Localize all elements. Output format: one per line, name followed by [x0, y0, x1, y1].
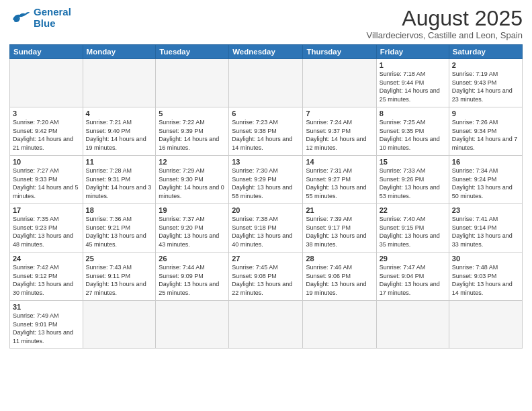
table-row: 11Sunrise: 7:28 AM Sunset: 9:31 PM Dayli…	[83, 156, 156, 204]
day-number: 13	[232, 158, 300, 166]
table-row	[156, 59, 229, 107]
table-row: 6Sunrise: 7:23 AM Sunset: 9:38 PM Daylig…	[229, 107, 303, 156]
table-row: 18Sunrise: 7:36 AM Sunset: 9:21 PM Dayli…	[83, 204, 156, 253]
location-subtitle: Villardeciervos, Castille and Leon, Spai…	[367, 30, 523, 40]
logo-line1: General	[34, 6, 71, 17]
day-info: Sunrise: 7:35 AM Sunset: 9:23 PM Dayligh…	[13, 215, 80, 248]
table-row: 5Sunrise: 7:22 AM Sunset: 9:39 PM Daylig…	[156, 107, 229, 156]
table-row: 21Sunrise: 7:39 AM Sunset: 9:17 PM Dayli…	[303, 204, 376, 253]
table-row	[156, 301, 229, 348]
day-info: Sunrise: 7:31 AM Sunset: 9:27 PM Dayligh…	[306, 167, 373, 200]
day-number: 31	[13, 303, 80, 311]
table-row: 20Sunrise: 7:38 AM Sunset: 9:18 PM Dayli…	[229, 204, 303, 253]
table-row: 16Sunrise: 7:34 AM Sunset: 9:24 PM Dayli…	[449, 156, 522, 204]
table-row: 4Sunrise: 7:21 AM Sunset: 9:40 PM Daylig…	[83, 107, 156, 156]
day-number: 16	[452, 158, 519, 166]
month-title: August 2025	[367, 7, 523, 30]
table-row	[303, 59, 376, 107]
table-row: 10Sunrise: 7:27 AM Sunset: 9:33 PM Dayli…	[10, 156, 83, 204]
day-info: Sunrise: 7:47 AM Sunset: 9:04 PM Dayligh…	[380, 263, 446, 297]
table-row	[229, 301, 303, 348]
day-info: Sunrise: 7:45 AM Sunset: 9:08 PM Dayligh…	[232, 263, 300, 297]
table-row: 8Sunrise: 7:25 AM Sunset: 9:35 PM Daylig…	[376, 107, 449, 156]
table-row: 19Sunrise: 7:37 AM Sunset: 9:20 PM Dayli…	[156, 204, 229, 253]
day-number: 18	[86, 206, 153, 214]
day-number: 28	[306, 255, 373, 263]
day-info: Sunrise: 7:25 AM Sunset: 9:35 PM Dayligh…	[380, 118, 446, 152]
table-row: 24Sunrise: 7:42 AM Sunset: 9:12 PM Dayli…	[10, 253, 83, 301]
day-info: Sunrise: 7:18 AM Sunset: 9:44 PM Dayligh…	[380, 70, 446, 103]
day-number: 24	[13, 255, 80, 263]
table-row: 3Sunrise: 7:20 AM Sunset: 9:42 PM Daylig…	[10, 107, 83, 156]
day-number: 27	[232, 255, 300, 263]
col-tuesday: Tuesday	[156, 45, 229, 59]
day-number: 30	[452, 255, 519, 263]
day-number: 3	[13, 109, 80, 118]
logo-icon	[9, 9, 31, 28]
day-number: 5	[159, 109, 226, 118]
day-info: Sunrise: 7:27 AM Sunset: 9:33 PM Dayligh…	[13, 167, 80, 200]
day-number: 4	[86, 109, 153, 118]
table-row	[449, 301, 522, 348]
day-info: Sunrise: 7:43 AM Sunset: 9:11 PM Dayligh…	[86, 263, 153, 297]
day-number: 25	[86, 255, 153, 263]
day-number: 23	[452, 206, 519, 214]
day-number: 29	[380, 255, 446, 263]
col-thursday: Thursday	[303, 45, 376, 59]
day-info: Sunrise: 7:26 AM Sunset: 9:34 PM Dayligh…	[452, 118, 519, 152]
day-info: Sunrise: 7:22 AM Sunset: 9:39 PM Dayligh…	[159, 118, 226, 152]
table-row: 28Sunrise: 7:46 AM Sunset: 9:06 PM Dayli…	[303, 253, 376, 301]
col-saturday: Saturday	[449, 45, 522, 59]
day-info: Sunrise: 7:39 AM Sunset: 9:17 PM Dayligh…	[306, 215, 373, 248]
calendar-header-row: Sunday Monday Tuesday Wednesday Thursday…	[10, 45, 523, 59]
day-info: Sunrise: 7:38 AM Sunset: 9:18 PM Dayligh…	[232, 215, 300, 248]
col-monday: Monday	[83, 45, 156, 59]
day-info: Sunrise: 7:34 AM Sunset: 9:24 PM Dayligh…	[452, 167, 519, 200]
day-number: 8	[380, 109, 446, 118]
table-row: 30Sunrise: 7:48 AM Sunset: 9:03 PM Dayli…	[449, 253, 522, 301]
day-number: 22	[380, 206, 446, 214]
logo: General Blue	[9, 7, 71, 29]
calendar: Sunday Monday Tuesday Wednesday Thursday…	[9, 44, 523, 348]
day-info: Sunrise: 7:40 AM Sunset: 9:15 PM Dayligh…	[380, 215, 446, 248]
table-row: 23Sunrise: 7:41 AM Sunset: 9:14 PM Dayli…	[449, 204, 522, 253]
day-info: Sunrise: 7:33 AM Sunset: 9:26 PM Dayligh…	[380, 167, 446, 200]
table-row: 25Sunrise: 7:43 AM Sunset: 9:11 PM Dayli…	[83, 253, 156, 301]
day-info: Sunrise: 7:21 AM Sunset: 9:40 PM Dayligh…	[86, 118, 153, 152]
table-row: 12Sunrise: 7:29 AM Sunset: 9:30 PM Dayli…	[156, 156, 229, 204]
table-row	[229, 59, 303, 107]
table-row: 7Sunrise: 7:24 AM Sunset: 9:37 PM Daylig…	[303, 107, 376, 156]
day-number: 19	[159, 206, 226, 214]
table-row: 13Sunrise: 7:30 AM Sunset: 9:29 PM Dayli…	[229, 156, 303, 204]
day-info: Sunrise: 7:36 AM Sunset: 9:21 PM Dayligh…	[86, 215, 153, 248]
table-row	[83, 301, 156, 348]
col-wednesday: Wednesday	[229, 45, 303, 59]
day-info: Sunrise: 7:46 AM Sunset: 9:06 PM Dayligh…	[306, 263, 373, 297]
day-number: 20	[232, 206, 300, 214]
table-row	[10, 59, 83, 107]
day-number: 26	[159, 255, 226, 263]
day-number: 17	[13, 206, 80, 214]
table-row: 14Sunrise: 7:31 AM Sunset: 9:27 PM Dayli…	[303, 156, 376, 204]
day-number: 1	[380, 61, 446, 69]
table-row: 15Sunrise: 7:33 AM Sunset: 9:26 PM Dayli…	[376, 156, 449, 204]
day-number: 11	[86, 158, 153, 166]
day-number: 6	[232, 109, 300, 118]
day-number: 15	[380, 158, 446, 166]
logo-text: General Blue	[34, 7, 71, 29]
col-sunday: Sunday	[10, 45, 83, 59]
day-number: 10	[13, 158, 80, 166]
table-row: 31Sunrise: 7:49 AM Sunset: 9:01 PM Dayli…	[10, 301, 83, 348]
table-row: 26Sunrise: 7:44 AM Sunset: 9:09 PM Dayli…	[156, 253, 229, 301]
table-row: 22Sunrise: 7:40 AM Sunset: 9:15 PM Dayli…	[376, 204, 449, 253]
day-number: 12	[159, 158, 226, 166]
day-info: Sunrise: 7:19 AM Sunset: 9:43 PM Dayligh…	[452, 70, 519, 103]
table-row: 29Sunrise: 7:47 AM Sunset: 9:04 PM Dayli…	[376, 253, 449, 301]
day-info: Sunrise: 7:28 AM Sunset: 9:31 PM Dayligh…	[86, 167, 153, 200]
col-friday: Friday	[376, 45, 449, 59]
day-info: Sunrise: 7:29 AM Sunset: 9:30 PM Dayligh…	[159, 167, 226, 200]
day-info: Sunrise: 7:42 AM Sunset: 9:12 PM Dayligh…	[13, 263, 80, 297]
day-number: 21	[306, 206, 373, 214]
table-row	[303, 301, 376, 348]
table-row: 2Sunrise: 7:19 AM Sunset: 9:43 PM Daylig…	[449, 59, 522, 107]
